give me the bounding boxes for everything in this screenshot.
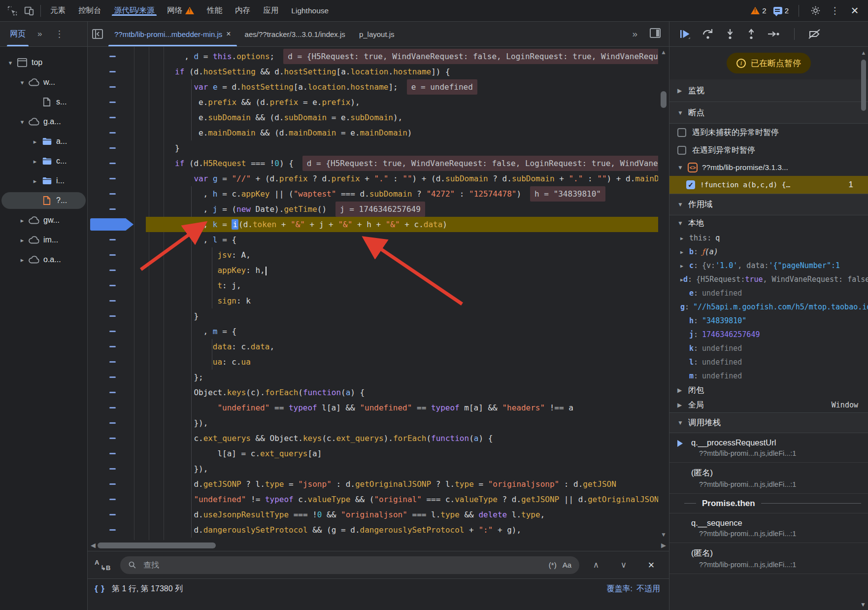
code-line[interactable]: d.dangerouslySetProtocol && (g = d.dange… — [88, 522, 658, 538]
breakpoint-entry[interactable]: ✓ !function a(b,c,d) {… 1 — [669, 176, 868, 194]
step-out-button[interactable] — [746, 28, 757, 40]
chevron-down-icon[interactable]: ▾ — [19, 118, 26, 126]
regex-toggle[interactable]: (*) — [549, 561, 557, 569]
line-number-dash[interactable] — [109, 117, 116, 118]
close-devtools-icon[interactable]: × — [848, 4, 861, 17]
line-number-dash[interactable] — [109, 254, 116, 256]
code-line[interactable]: "undefined" != typeof c.valueType && ("o… — [88, 492, 658, 507]
code-line[interactable]: appKey: h, — [88, 263, 658, 278]
call-stack-frame[interactable]: (匿名)??mtb/lib-promi...n.js,idleFi...:1 — [669, 463, 868, 494]
tree-item-c[interactable]: ▸c... — [0, 151, 87, 171]
issues-count-badge[interactable]: 2 — [773, 6, 789, 15]
tree-item-top[interactable]: ▾top — [0, 53, 87, 72]
line-number-dash[interactable] — [109, 407, 116, 408]
checkbox-unchecked[interactable] — [677, 146, 686, 155]
scroll-left-icon[interactable]: ◀ — [91, 542, 96, 549]
tree-item-ga[interactable]: ▾g.a... — [0, 112, 87, 132]
code-line[interactable]: , d = this.options;d = {H5Request: true,… — [88, 49, 658, 64]
tree-item-gw[interactable]: ▸gw... — [0, 210, 87, 230]
line-number-dash[interactable] — [109, 392, 116, 393]
scroll-down-icon[interactable]: ▼ — [658, 531, 669, 538]
scrollbar-thumb[interactable] — [861, 60, 866, 111]
navigator-kebab-icon[interactable]: ⋮ — [55, 29, 64, 39]
chevron-down-icon[interactable]: ▾ — [19, 79, 26, 86]
file-tab[interactable]: p_layout.js — [352, 22, 401, 46]
scope-variable-l[interactable]: l:undefined — [669, 355, 868, 369]
line-number-dash[interactable] — [109, 239, 116, 240]
error-count-badge[interactable]: 2 — [751, 6, 766, 15]
line-number-dash[interactable] — [109, 468, 116, 470]
code-line[interactable]: }; — [88, 370, 658, 385]
chevron-right-icon[interactable]: ▸ — [19, 217, 26, 224]
tree-item-i[interactable]: ▸i... — [0, 171, 87, 191]
tab-Lighthouse[interactable]: Lighthouse — [285, 5, 335, 16]
find-previous-button[interactable]: ∧ — [585, 560, 607, 570]
settings-gear-icon[interactable] — [809, 4, 822, 17]
code-line[interactable]: e.prefix && (d.prefix = e.prefix), — [88, 95, 658, 110]
match-case-toggle[interactable]: Aa — [563, 561, 571, 569]
search-input-pill[interactable]: (*) Aa — [120, 556, 579, 574]
line-number-dash[interactable] — [109, 422, 116, 424]
more-options-kebab-icon[interactable]: ⋮ — [829, 4, 841, 17]
line-number-dash[interactable] — [109, 71, 116, 72]
line-number-dash[interactable] — [109, 56, 116, 57]
tab-应用[interactable]: 应用 — [257, 5, 285, 16]
tree-item-oa[interactable]: ▸o.a... — [0, 250, 87, 270]
editor-horizontal-scrollbar[interactable]: ◀ ▶ — [88, 540, 669, 551]
tree-item-w[interactable]: ▾w... — [0, 72, 87, 92]
chevron-right-icon[interactable]: ▶ — [680, 263, 689, 269]
line-number-dash[interactable] — [109, 163, 116, 164]
find-next-button[interactable]: ∨ — [613, 560, 634, 570]
step-over-button[interactable] — [701, 28, 714, 40]
more-nav-tabs-icon[interactable]: » — [37, 29, 41, 39]
toggle-panel-icon[interactable] — [649, 28, 661, 40]
section-watch[interactable]: ▶监视 — [669, 79, 868, 102]
call-stack-frame[interactable]: (匿名)??mtb/lib-promi...n.js,idleFi...:1 — [669, 543, 868, 574]
scope-variable-j[interactable]: j:1746346257649 — [669, 328, 868, 341]
tab-元素[interactable]: 元素 — [44, 5, 72, 16]
tree-item-[interactable]: ?... — [0, 191, 87, 210]
scrollbar-thumb[interactable] — [98, 542, 216, 548]
step-into-button[interactable] — [725, 28, 735, 40]
section-call-stack[interactable]: ▼调用堆栈 — [669, 412, 868, 433]
scope-closure-group[interactable]: ▶闭包 — [669, 383, 868, 398]
code-line[interactable]: }), — [88, 415, 658, 431]
tab-控制台[interactable]: 控制台 — [72, 5, 108, 16]
code-line[interactable]: "undefined" == typeof l[a] && "undefined… — [88, 400, 658, 415]
code-line[interactable]: Object.keys(c).forEach(function(a) { — [88, 385, 658, 400]
deactivate-breakpoints-button[interactable] — [808, 28, 822, 40]
code-line[interactable]: data: c.data, — [88, 339, 658, 354]
line-number-dash[interactable] — [109, 346, 116, 347]
checkbox-unchecked[interactable] — [677, 128, 686, 137]
chevron-right-icon[interactable]: ▸ — [32, 138, 38, 145]
line-number-dash[interactable] — [109, 300, 116, 302]
code-line[interactable]: if (d.hostSetting && d.hostSetting[a.loc… — [88, 64, 658, 79]
code-line[interactable]: d.getJSONP ? l.type = "jsonp" : d.getOri… — [88, 476, 658, 492]
code-line[interactable]: e.mainDomain && (d.mainDomain = e.mainDo… — [88, 125, 658, 140]
pause-on-uncaught-exceptions-row[interactable]: 遇到未捕获的异常时暂停 — [669, 124, 868, 141]
scope-variable-e[interactable]: e:undefined — [669, 286, 868, 300]
pretty-print-icon[interactable]: { } — [95, 584, 105, 594]
line-number-dash[interactable] — [109, 86, 116, 88]
tree-item-a[interactable]: ▸a... — [0, 132, 87, 151]
line-number-dash[interactable] — [109, 514, 116, 515]
tab-性能[interactable]: 性能 — [200, 5, 229, 16]
code-line[interactable]: e.subDomain && (d.subDomain = e.subDomai… — [88, 110, 658, 125]
line-number-dash[interactable] — [109, 529, 116, 531]
scroll-up-icon[interactable]: ▲ — [860, 50, 867, 56]
code-line[interactable]: ua: c.ua — [88, 354, 658, 370]
collapse-navigator-icon[interactable] — [88, 22, 107, 46]
line-number-dash[interactable] — [109, 315, 116, 317]
code-line[interactable]: jsv: A, — [88, 247, 658, 263]
breakpoint-file-group[interactable]: ▼ <> ??mtb/lib-promise/3.1.3... — [669, 159, 868, 176]
scope-variable-c[interactable]: ▶c:{v: '1.0', data: '{"pageNumber":1 — [669, 259, 868, 272]
scope-variable-this[interactable]: ▶this:q — [669, 231, 868, 245]
scope-local-group[interactable]: ▼本地 — [669, 215, 868, 231]
chevron-right-icon[interactable]: ▸ — [19, 237, 26, 244]
scope-variable-d[interactable]: ▶d:{H5Request: true, WindVaneRequest: fa… — [669, 272, 868, 286]
line-number-dash[interactable] — [109, 331, 116, 332]
line-number-dash[interactable] — [109, 499, 116, 500]
code-line[interactable]: } — [88, 308, 658, 324]
tab-page[interactable]: 网页 — [10, 22, 26, 46]
chevron-right-icon[interactable]: ▶ — [680, 249, 689, 255]
